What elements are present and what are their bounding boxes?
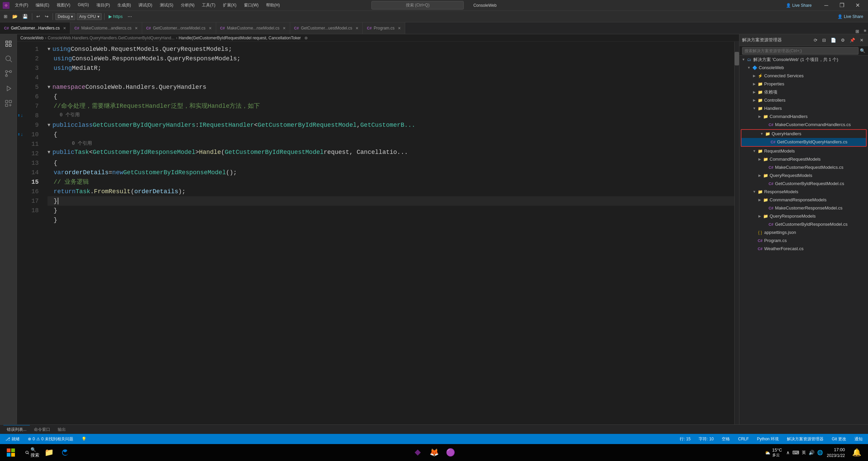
platform-dropdown[interactable]: Any CPU ▾ bbox=[77, 13, 101, 20]
tree-responsemodels[interactable]: ▼ 📁 ResponseModels bbox=[739, 188, 868, 196]
tab-close-2[interactable]: × bbox=[209, 25, 211, 31]
taskbar-search[interactable]: 🔍 搜索 bbox=[25, 445, 40, 460]
activity-explorer[interactable] bbox=[2, 37, 15, 51]
tab-close-5[interactable]: × bbox=[398, 25, 401, 31]
tree-queryresponsemodels[interactable]: ▶ 📁 QueryResponseModels bbox=[739, 212, 868, 220]
close-button[interactable]: ✕ bbox=[850, 0, 865, 11]
tree-handlers[interactable]: ▼ 📁 Handlers bbox=[739, 104, 868, 113]
taskbar-other2[interactable]: 🟣 bbox=[443, 445, 458, 460]
language-icon[interactable]: 英 bbox=[802, 450, 806, 456]
bottom-tab-errors[interactable]: 错误列表... bbox=[3, 425, 30, 434]
menu-build[interactable]: 生成(B) bbox=[114, 1, 134, 9]
restore-button[interactable]: ❐ bbox=[834, 0, 850, 11]
status-se[interactable]: 解决方案资源管理器 bbox=[785, 436, 826, 442]
tree-project[interactable]: ▼ 🔷 ConsoleWeb bbox=[739, 64, 868, 72]
menu-debug[interactable]: 调试(D) bbox=[135, 1, 156, 9]
status-git[interactable]: ⎇ 就绪 bbox=[3, 436, 22, 442]
code-content[interactable]: ▼ using ConsoleWeb.RequestModels.QueryRe… bbox=[44, 42, 734, 424]
se-search-input[interactable] bbox=[742, 47, 858, 55]
status-lightbulb[interactable]: 💡 bbox=[79, 437, 89, 441]
minimize-button[interactable]: ─ bbox=[818, 0, 834, 11]
se-sync-button[interactable]: ⟳ bbox=[812, 37, 819, 43]
tree-properties[interactable]: ▶ 📁 Properties bbox=[739, 80, 868, 88]
tree-controllers[interactable]: ▶ 📁 Controllers bbox=[739, 96, 868, 104]
toolbar-save[interactable]: 💾 bbox=[21, 13, 30, 20]
tree-requestmodels[interactable]: ▼ 📁 RequestModels bbox=[739, 147, 868, 155]
breadcrumb-add-icon[interactable]: ⊕ bbox=[304, 36, 308, 40]
debug-config-dropdown[interactable]: Debug ▾ bbox=[55, 13, 75, 20]
tab-0[interactable]: C# GetCustomer...Handlers.cs × bbox=[0, 22, 70, 34]
menu-edit[interactable]: 编辑(E) bbox=[32, 1, 53, 9]
tree-cmdrequestmodels[interactable]: ▶ 📁 CommandRequestModels bbox=[739, 155, 868, 163]
fold-1[interactable]: ▼ bbox=[48, 44, 50, 54]
se-pin-button[interactable]: 📌 bbox=[848, 37, 857, 43]
breadcrumb-item-0[interactable]: ConsoleWeb bbox=[20, 36, 43, 40]
tree-program[interactable]: C# Program.cs bbox=[739, 237, 868, 245]
se-show-files-button[interactable]: 📄 bbox=[829, 37, 838, 43]
tree-solution[interactable]: ▼ 🗂 解决方案 'ConsoleWeb' (1 个项目，共 1 个) bbox=[739, 56, 868, 64]
status-line[interactable]: 行: 15 bbox=[678, 436, 693, 442]
taskbar-edge[interactable] bbox=[58, 445, 73, 460]
menu-help[interactable]: 帮助(H) bbox=[263, 1, 283, 9]
windows-start-button[interactable] bbox=[4, 446, 18, 459]
tab-5[interactable]: C# Program.cs × bbox=[363, 22, 405, 34]
scrollbar-thumb[interactable] bbox=[735, 52, 739, 65]
status-spaces[interactable]: 空格 bbox=[720, 436, 732, 442]
toolbar-live-share[interactable]: 👤 Live Share bbox=[835, 13, 866, 20]
tree-cmdresponsemodels[interactable]: ▶ 📁 ConmmandResponseModels bbox=[739, 196, 868, 204]
status-errors[interactable]: ⊗ 0 ⚠ 0 未找到相关问题 bbox=[26, 436, 75, 442]
taskbar-clock[interactable]: 17:00 2023/1/22 bbox=[827, 447, 845, 459]
tree-getcustomerresp[interactable]: C# GetCustomerByIdResponseModel.cs bbox=[739, 220, 868, 228]
fold-8[interactable]: ▼ bbox=[48, 120, 50, 130]
menu-test[interactable]: 测试(S) bbox=[156, 1, 177, 9]
volume-icon[interactable]: 🔊 bbox=[809, 450, 814, 455]
breadcrumb-item-1[interactable]: ConsoleWeb.Handlers.QueryHandlers.GetCus… bbox=[48, 36, 174, 40]
tab-close-3[interactable]: × bbox=[283, 25, 285, 31]
menu-extensions[interactable]: 扩展(X) bbox=[220, 1, 240, 9]
menu-git[interactable]: Git(G) bbox=[74, 1, 92, 9]
chevron-up-icon[interactable]: ∧ bbox=[786, 450, 790, 455]
menu-tools[interactable]: 工具(T) bbox=[199, 1, 219, 9]
tree-appsettings[interactable]: { } appsettings.json bbox=[739, 228, 868, 237]
toolbar-redo[interactable]: ↪ bbox=[43, 13, 50, 20]
tab-4[interactable]: C# GetCustomer...uestModel.cs × bbox=[290, 22, 363, 34]
weather-widget[interactable]: ⛅ 15°C 多云 bbox=[765, 447, 782, 458]
menu-window[interactable]: 窗口(W) bbox=[241, 1, 262, 9]
tree-makecustomerresp[interactable]: C# MakeCustomerResponseModel.cs bbox=[739, 204, 868, 212]
tab-close-0[interactable]: × bbox=[63, 25, 66, 31]
network-icon[interactable]: 🌐 bbox=[817, 450, 823, 455]
fold-5[interactable]: ▼ bbox=[48, 82, 50, 92]
tree-getcustomerhandler[interactable]: C# GetCustomerByIdQueryHandlers.cs bbox=[741, 138, 866, 146]
tree-weatherforecast[interactable]: C# WeatherForecast.cs bbox=[739, 245, 868, 253]
vertical-scrollbar[interactable] bbox=[734, 42, 739, 424]
toolbar-open[interactable]: 📂 bbox=[11, 13, 19, 20]
toolbar-undo[interactable]: ↩ bbox=[35, 13, 42, 20]
activity-debug[interactable] bbox=[2, 82, 15, 95]
fold-10[interactable]: ▼ bbox=[48, 147, 50, 157]
status-python[interactable]: Python 环境 bbox=[755, 436, 781, 442]
run-button[interactable]: ▶ https bbox=[107, 13, 125, 20]
activity-git[interactable] bbox=[2, 67, 15, 80]
tree-deps[interactable]: ▶ 📁 依赖项 bbox=[739, 88, 868, 96]
tree-queryhandlers[interactable]: ▼ 📁 QueryHandlers bbox=[741, 130, 866, 138]
status-notifications[interactable]: 通知 bbox=[852, 436, 865, 442]
taskbar-vs-icon[interactable] bbox=[410, 445, 425, 460]
search-box-text[interactable]: 搜索 (Ctrl+Q) bbox=[406, 3, 430, 7]
menu-view[interactable]: 视图(V) bbox=[53, 1, 74, 9]
toolbar-more[interactable]: ⋯ bbox=[126, 13, 134, 20]
tree-queryrequestmodels[interactable]: ▶ 📁 QueryRequestModels bbox=[739, 172, 868, 180]
add-tab-button[interactable]: ⊞ bbox=[853, 29, 862, 34]
toolbar-new[interactable]: ⊞ bbox=[2, 13, 9, 20]
se-settings-button[interactable]: ⚙ bbox=[839, 37, 847, 43]
code-editor[interactable]: ⬆↓ ⬆↓ 1 2 3 4 5 6 7 8 9 10 11 12 bbox=[17, 42, 739, 424]
taskbar-explorer[interactable]: 📁 bbox=[41, 445, 56, 460]
tab-1[interactable]: C# MakeCustome...andlercs.cs × bbox=[70, 22, 142, 34]
menu-analyze[interactable]: 分析(N) bbox=[177, 1, 198, 9]
tab-close-4[interactable]: × bbox=[356, 25, 358, 31]
tree-cmdhandlers[interactable]: ▶ 📁 CommandHandlers bbox=[739, 113, 868, 121]
taskbar-other1[interactable]: 🦊 bbox=[427, 445, 441, 460]
tab-overflow-button[interactable]: ≡ bbox=[862, 27, 868, 34]
tree-makecmd[interactable]: C# MakeCustomerCommandHandlercs.cs bbox=[739, 121, 868, 129]
activity-extensions[interactable] bbox=[2, 97, 15, 110]
bottom-tab-output[interactable]: 输出 bbox=[54, 425, 69, 434]
